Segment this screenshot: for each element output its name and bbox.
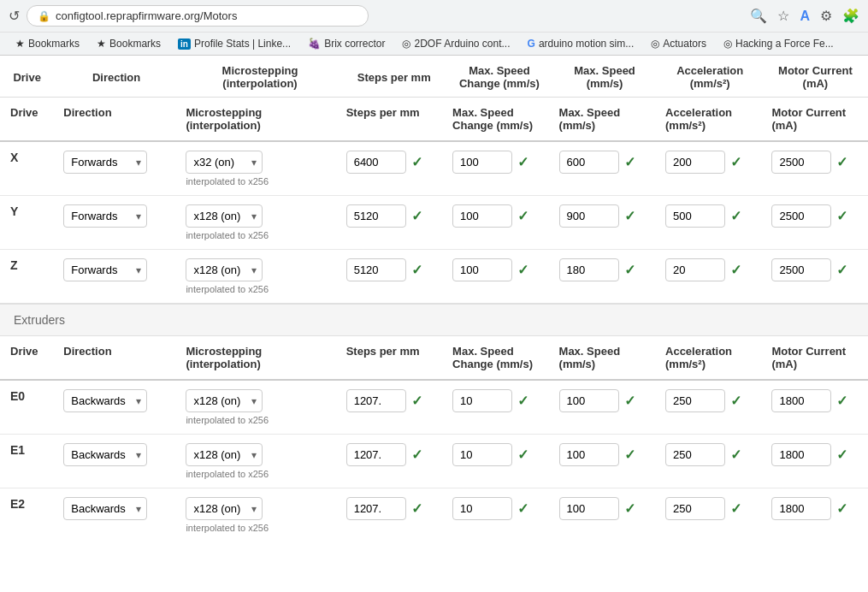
axis-steps-input-2[interactable] [346, 258, 406, 281]
extruder-current-wrapper-1: ✓ [771, 443, 858, 466]
star-icon[interactable]: ☆ [777, 8, 789, 24]
extruder-max-speed-input-0[interactable] [559, 389, 619, 412]
check-icon: ✓ [836, 208, 847, 224]
extruder-steps-input-1[interactable] [346, 443, 406, 466]
axis-steps-1: ✓ [336, 196, 442, 250]
extruder-drive-1: E1 [0, 435, 53, 488]
axis-direction-1: ForwardsBackwards [53, 196, 175, 250]
axis-direction-select-1[interactable]: ForwardsBackwards [63, 204, 147, 228]
drive-label: E1 [10, 443, 25, 457]
reload-button[interactable]: ↺ [9, 8, 20, 24]
check-icon: ✓ [730, 262, 741, 278]
axis-steps-input-wrapper-0: ✓ [346, 151, 432, 174]
bookmark-brix[interactable]: 🍇 Brix corrector [301, 36, 392, 51]
extruder-interpolation-note-1: interpolated to x256 [186, 469, 325, 479]
extruder-current-wrapper-2: ✓ [771, 497, 858, 520]
axis-direction-select-0[interactable]: ForwardsBackwards [63, 151, 147, 174]
bookmark-2dof[interactable]: ◎ 2DOF Arduino cont... [395, 36, 517, 51]
browser-icons: 🔍 ☆ A ⚙ 🧩 [750, 8, 859, 24]
settings-icon[interactable]: ⚙ [820, 8, 832, 24]
axis-max-speed-input-2[interactable] [559, 258, 619, 281]
extruder-speed-change-0: ✓ [442, 380, 548, 435]
axis-speed-change-1: ✓ [442, 196, 548, 250]
bookmark-hacking[interactable]: ◎ Hacking a Force Fe... [717, 36, 841, 51]
axis-drive-2: Z [0, 250, 53, 304]
extruder-steps-0: ✓ [336, 380, 442, 435]
axis-speed-change-input-1[interactable] [452, 204, 512, 228]
table-row: YForwardsBackwardsx1x2x4x8x16x32 (on)x64… [0, 196, 868, 250]
drive-label: E2 [10, 497, 25, 511]
axis-microstepping-select-1[interactable]: x1x2x4x8x16x32 (on)x64x128 (on)x256 [186, 204, 263, 228]
axis-speed-change-input-0[interactable] [452, 151, 512, 174]
bookmark-actuators[interactable]: ◎ Actuators [644, 36, 713, 51]
axis-steps-input-1[interactable] [346, 204, 406, 228]
axis-max-speed-1: ✓ [549, 196, 655, 250]
extruder-accel-input-0[interactable] [665, 389, 725, 412]
extruder-current-input-1[interactable] [771, 443, 831, 466]
axis-accel-1: ✓ [655, 196, 761, 250]
axis-current-input-1[interactable] [771, 204, 831, 228]
axis-speed-change-input-2[interactable] [452, 258, 512, 281]
search-icon[interactable]: 🔍 [750, 8, 767, 24]
bookmark-arduino[interactable]: G arduino motion sim... [521, 36, 641, 51]
axis-accel-input-1[interactable] [665, 204, 725, 228]
extruder-steps-2: ✓ [336, 488, 442, 542]
axis-current-input-2[interactable] [771, 258, 831, 281]
axis-interpolation-note-0: interpolated to x256 [186, 176, 325, 186]
extruder-direction-select-1[interactable]: ForwardsBackwards [63, 443, 147, 466]
axis-accel-input-0[interactable] [665, 151, 725, 174]
axis-max-speed-wrapper-1: ✓ [559, 204, 645, 228]
extruder-steps-input-0[interactable] [346, 389, 406, 412]
extruder-steps-1: ✓ [336, 435, 442, 488]
extruder-direction-select-0[interactable]: ForwardsBackwards [63, 389, 147, 412]
extruder-microstepping-select-0[interactable]: x1x2x4x8x16x32 (on)x64x128 (on)x256 [186, 389, 263, 412]
extruder-direction-select-2[interactable]: ForwardsBackwards [63, 497, 147, 520]
ext-direction-header: Direction [53, 336, 175, 380]
extruder-accel-input-2[interactable] [665, 497, 725, 520]
extruder-speed-change-input-0[interactable] [452, 389, 512, 412]
axis-max-speed-input-0[interactable] [559, 151, 619, 174]
axis-max-speed-input-1[interactable] [559, 204, 619, 228]
translate-icon[interactable]: A [800, 9, 810, 24]
circle-icon: ◎ [402, 38, 410, 50]
extruder-microstepping-select-2[interactable]: x1x2x4x8x16x32 (on)x64x128 (on)x256 [186, 497, 263, 520]
axis-steps-input-0[interactable] [346, 151, 406, 174]
check-icon: ✓ [730, 447, 741, 463]
extruder-current-input-2[interactable] [771, 497, 831, 520]
axis-max-speed-wrapper-0: ✓ [559, 151, 645, 174]
address-bar: ↺ 🔒 configtool.reprapfirmware.org/Motors… [0, 0, 868, 32]
extruder-microstepping-select-1[interactable]: x1x2x4x8x16x32 (on)x64x128 (on)x256 [186, 443, 263, 466]
axis-current-input-0[interactable] [771, 151, 831, 174]
axis-microstepping-2: x1x2x4x8x16x32 (on)x64x128 (on)x256inter… [175, 250, 335, 304]
extruder-current-input-0[interactable] [771, 389, 831, 412]
bookmark-bookmarks-2[interactable]: ★ Bookmarks [90, 36, 168, 51]
check-icon: ✓ [624, 447, 635, 463]
extruder-speed-change-wrapper-0: ✓ [452, 389, 538, 412]
axis-microstepping-select-2[interactable]: x1x2x4x8x16x32 (on)x64x128 (on)x256 [186, 258, 263, 281]
bookmark-bookmarks-1[interactable]: ★ Bookmarks [9, 36, 86, 51]
ext-drive-header: Drive [0, 336, 53, 380]
extruder-max-speed-1: ✓ [549, 435, 655, 488]
google-icon: G [528, 38, 535, 50]
ext-steps-header: Steps per mm [336, 336, 442, 380]
extruder-speed-change-input-2[interactable] [452, 497, 512, 520]
extruder-max-speed-input-2[interactable] [559, 497, 619, 520]
check-icon: ✓ [517, 447, 528, 463]
axis-direction-select-2[interactable]: ForwardsBackwards [63, 258, 147, 281]
bookmark-profile-stats[interactable]: in Profile Stats | Linke... [171, 36, 298, 51]
table-header-row: Drive Direction Microstepping (interpola… [0, 98, 868, 141]
extruder-max-speed-input-1[interactable] [559, 443, 619, 466]
ext-speed-change-header: Max. Speed Change (mm/s) [442, 336, 548, 380]
extruder-speed-change-input-1[interactable] [452, 443, 512, 466]
extruder-steps-input-2[interactable] [346, 497, 406, 520]
extensions-icon[interactable]: 🧩 [842, 8, 859, 24]
axis-direction-2: ForwardsBackwards [53, 250, 175, 304]
acceleration-header: Acceleration (mm/s²) [655, 98, 761, 141]
axis-microstepping-select-0[interactable]: x1x2x4x8x16x32 (on)x64x128 (on)x256 [186, 151, 263, 174]
axis-accel-input-2[interactable] [665, 258, 725, 281]
address-input[interactable]: 🔒 configtool.reprapfirmware.org/Motors [27, 5, 369, 27]
extruder-drive-0: E0 [0, 380, 53, 435]
extruder-max-speed-2: ✓ [549, 488, 655, 542]
axis-steps-input-wrapper-2: ✓ [346, 258, 432, 281]
extruder-accel-input-1[interactable] [665, 443, 725, 466]
